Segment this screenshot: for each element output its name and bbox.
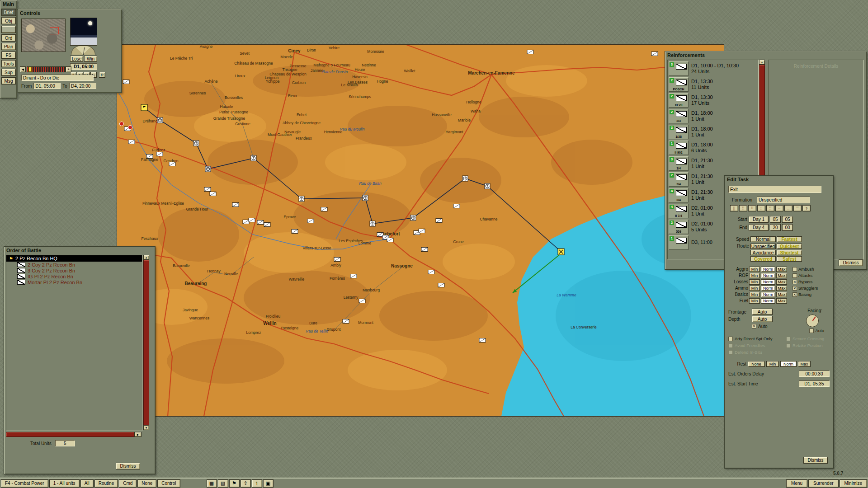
bottom-button-1-all-units[interactable]: 1 - All units	[49, 479, 80, 488]
bottom-button-minimize[interactable]: Minimize	[840, 479, 867, 488]
speed-option-normal[interactable]: Normal	[750, 236, 776, 242]
reinforcement-entry[interactable]: 31/38D1, 18:001 Unit	[669, 124, 757, 139]
friendly-unit-icon[interactable]	[243, 220, 249, 224]
bottom-button-f4-combat-power[interactable]: F4 - Combat Power	[1, 479, 48, 488]
friendly-unit-icon[interactable]	[257, 221, 264, 225]
reinforcement-entry[interactable]: 2XLVIID1, 13:3017 Units	[669, 93, 757, 108]
oob-tree[interactable]: ⚑ 2 Pz Recon Bn HQ 2 Coy 2 Pz Recon Bn3 …	[6, 255, 142, 431]
main-tool-plan[interactable]: Plan	[1, 43, 16, 50]
formation-help-button[interactable]: ?	[802, 205, 811, 211]
task-name-field[interactable]: Exit	[728, 186, 821, 193]
bottom-button-menu[interactable]: Menu	[786, 479, 807, 488]
route-waypoint[interactable]	[363, 195, 368, 201]
formation-icon-4[interactable]: ⠭	[766, 205, 774, 211]
oob-dismiss-button[interactable]: Dismiss	[116, 463, 140, 469]
route-waypoint[interactable]	[193, 141, 199, 146]
friendly-unit-icon[interactable]	[651, 52, 658, 56]
ammo-max-button[interactable]: Max	[776, 286, 787, 291]
route-option-safest[interactable]: Safest	[777, 256, 802, 262]
minimap-viewport[interactable]	[50, 27, 59, 34]
friendly-unit-icon[interactable]	[232, 203, 239, 207]
depth-auto-checkbox[interactable]: ×	[752, 324, 756, 328]
friendly-unit-icon[interactable]	[169, 162, 175, 166]
depth-auto-button[interactable]: Auto	[752, 316, 773, 322]
oob-root-item[interactable]: ⚑ 2 Pz Recon Bn HQ	[6, 255, 142, 262]
label-tool-icon[interactable]: 1	[252, 479, 262, 488]
friendly-unit-icon[interactable]	[438, 283, 444, 287]
timeline-slider[interactable]	[27, 66, 66, 72]
formation-icon-6[interactable]: ⠤	[784, 205, 793, 211]
friendly-unit-icon[interactable]	[421, 248, 428, 252]
aggro-norm-button[interactable]: Norm	[761, 267, 775, 272]
start-day-button[interactable]: Day 1	[749, 216, 769, 223]
friendly-unit-icon[interactable]	[307, 219, 314, 223]
route-waypoint[interactable]	[157, 117, 163, 123]
enemy-unit-icon[interactable]	[120, 122, 124, 126]
friendly-unit-icon[interactable]	[264, 223, 270, 227]
edit-task-dismiss-button[interactable]: Dismiss	[803, 457, 828, 464]
friendly-unit-icon[interactable]	[156, 152, 163, 156]
ammo-norm-button[interactable]: Norm	[761, 286, 775, 291]
oob-child-item[interactable]: IG Pl 2 Pz Recon Bn	[6, 273, 142, 279]
map-svg[interactable]: AvagneLe Frêche TriSevetBironVehireCiney…	[117, 45, 724, 416]
friendly-unit-icon[interactable]	[428, 270, 434, 274]
ammo-min-button[interactable]: Min	[749, 286, 760, 291]
route-waypoint[interactable]	[370, 221, 375, 226]
oob-scroll-trough[interactable]	[143, 260, 149, 425]
enemy-unit-icon[interactable]	[128, 126, 132, 130]
basics-max-button[interactable]: Max	[776, 292, 787, 297]
friendly-unit-icon[interactable]	[419, 229, 425, 233]
oob-horizontal-scrollbar[interactable]: ▶	[6, 432, 142, 437]
route-waypoint[interactable]	[410, 215, 416, 221]
attacks-checkbox[interactable]	[793, 273, 797, 278]
route-destination-marker[interactable]	[558, 249, 564, 255]
rest-option-min[interactable]: Min	[766, 361, 779, 367]
route-option-shortest[interactable]: Shortest	[777, 250, 802, 255]
losses-norm-button[interactable]: Norm	[761, 279, 775, 285]
rof-min-button[interactable]: Min	[749, 273, 760, 278]
rest-option-max[interactable]: Max	[798, 361, 811, 367]
frontage-auto-button[interactable]: Auto	[752, 309, 773, 315]
reset-button[interactable]: R	[99, 72, 105, 78]
friendly-unit-icon[interactable]	[359, 299, 365, 303]
start-hour-button[interactable]: 05	[770, 216, 781, 223]
reinforcement-entry[interactable]: 31/4D1, 21:301 Unit	[669, 156, 757, 171]
lose-button[interactable]: Lose	[70, 56, 83, 62]
start-minute-button[interactable]: 05	[782, 216, 793, 223]
losses-max-button[interactable]: Max	[776, 279, 787, 285]
route-waypoint[interactable]	[485, 183, 490, 189]
scroll-down-icon[interactable]: ▼	[143, 425, 149, 430]
formation-icon-7[interactable]: ⠉	[793, 205, 802, 211]
route-waypoint[interactable]	[299, 196, 304, 202]
rof-max-button[interactable]: Max	[776, 273, 787, 278]
main-tool-fs[interactable]: FS	[1, 52, 16, 59]
basics-norm-button[interactable]: Norm	[761, 292, 775, 297]
reinforcements-dismiss-button[interactable]: Dismiss	[839, 259, 863, 266]
fuel-min-button[interactable]: Min	[749, 298, 760, 304]
friendly-unit-icon[interactable]	[350, 274, 357, 278]
bottom-button-control[interactable]: Control	[157, 479, 180, 488]
oob-child-item[interactable]: 3 Coy 2 Pz Recon Bn	[6, 267, 142, 273]
friendly-unit-icon[interactable]	[479, 338, 486, 343]
friendly-unit-icon[interactable]	[128, 140, 135, 144]
toggle-checkbox[interactable]	[728, 337, 733, 341]
friendly-unit-icon[interactable]	[334, 258, 340, 262]
formation-icon-0[interactable]: ⣿	[730, 205, 738, 211]
frame-tool-icon[interactable]: ▣	[263, 479, 274, 488]
route-waypoint[interactable]	[205, 166, 211, 172]
timeline-back-button[interactable]: ◀	[20, 66, 26, 72]
formation-value[interactable]: Unspecified	[757, 197, 810, 203]
oob-hscroll-trough[interactable]	[6, 432, 134, 437]
route-option-quickest[interactable]: Quickest	[777, 244, 802, 249]
main-tool-msg[interactable]: Msg	[1, 77, 16, 84]
reinforcement-entry[interactable]: 3D1, 10:00 - D1, 10:3024 Units	[669, 61, 757, 76]
grid-tool-icon[interactable]: ▦	[207, 479, 217, 488]
end-hour-button[interactable]: 20	[770, 224, 781, 231]
friendly-unit-icon[interactable]	[249, 218, 255, 222]
formation-icon-5[interactable]: ⠒	[775, 205, 783, 211]
basics-min-button[interactable]: Min	[749, 292, 760, 297]
friendly-unit-icon[interactable]	[453, 204, 460, 208]
friendly-unit-icon[interactable]	[210, 192, 216, 196]
formation-icon-3[interactable]: ⠶	[757, 205, 765, 211]
bottom-button-cmd[interactable]: Cmd	[119, 479, 137, 488]
